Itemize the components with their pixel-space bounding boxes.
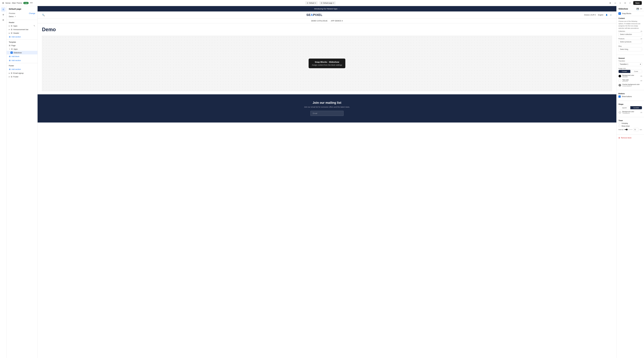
select-blog-button[interactable]: Select blog xyxy=(618,47,642,52)
right-panel: Slideshow 💾 ••• S Snap Blocks Content Ch… xyxy=(616,6,644,358)
contain-button[interactable]: Contain xyxy=(618,70,630,73)
default-page-selector[interactable]: ⊡ Default page ▾ xyxy=(319,1,336,5)
snap-blocks-icon: S xyxy=(10,52,13,54)
products-label: Products xyxy=(618,38,624,40)
remove-block-button[interactable]: 🗑 Remove block xyxy=(616,136,644,140)
account-icon[interactable]: 👤 xyxy=(606,14,608,16)
nav-region[interactable]: Greece | EUR € xyxy=(584,14,596,16)
transition-dropdown[interactable]: Transition 1 ▾ xyxy=(618,62,642,66)
page-title: Demo xyxy=(42,27,612,32)
select-collection-button[interactable]: Select collection xyxy=(618,32,642,36)
bg-color-info: Background color #000000 xyxy=(622,74,639,78)
more-icon[interactable]: ••• xyxy=(640,8,642,10)
rp-header: Slideshow 💾 ••• xyxy=(616,6,644,11)
sections-icon-button[interactable]: ☰ xyxy=(1,7,6,12)
bg-color-row: Background color #000000 🗃 xyxy=(618,74,642,79)
sidebar-item-email-signup[interactable]: ▶ ⊞ Email signup xyxy=(7,71,38,75)
bg-color-name: Background color xyxy=(622,74,639,76)
desktop-view-button[interactable]: ⊞ xyxy=(608,1,612,5)
sidebar: Default page Preview Change Demo ↗ Heade… xyxy=(7,6,38,358)
sidebar-item-announcement[interactable]: ▶ ⊞ Announcement bar xyxy=(7,28,38,31)
sidebar-item-footer[interactable]: ▶ ⊞ Footer xyxy=(7,75,38,78)
add-section-footer-button[interactable]: ⊕ Add section xyxy=(7,67,38,71)
add-section-header-button[interactable]: ⊕ Add section xyxy=(7,35,38,39)
collection-label: Collection xyxy=(618,30,625,32)
footer-label: Footer xyxy=(13,76,18,78)
snap-blocks-row: S Snap Blocks xyxy=(616,11,644,16)
save-button[interactable]: Save xyxy=(633,1,642,5)
interval-thumb[interactable] xyxy=(626,129,628,130)
add-section-template-label: Add section xyxy=(12,60,21,62)
add-block-button[interactable]: ⊕ Add block xyxy=(7,54,38,58)
default-selector[interactable]: ⊙ Default ▾ xyxy=(305,1,318,5)
cover-button[interactable]: Cover xyxy=(630,70,642,73)
general-title: General xyxy=(618,57,642,59)
select-collection-label: Select collection xyxy=(620,34,632,35)
preview-change-button[interactable]: Change xyxy=(29,12,35,14)
more-options-button[interactable]: ••• xyxy=(30,2,32,4)
canvas: Introducing Our Newest Apps → 🔍 SEAPIXEL… xyxy=(38,6,616,358)
autoplay-row: Autoplay xyxy=(618,122,642,124)
logo-accent: A xyxy=(311,13,313,16)
autoplay-radio[interactable] xyxy=(618,122,620,124)
overlay-color-swatch[interactable] xyxy=(618,84,621,86)
undo-button[interactable]: ↩ xyxy=(628,1,632,5)
interval-slider[interactable] xyxy=(624,129,632,130)
shape-bg-color: Background color Transparent 🗃 xyxy=(618,111,642,114)
nav-demo-catalogue[interactable]: DEMO CATALOGUE xyxy=(311,20,328,22)
chevron-down-icon: ▾ xyxy=(315,2,316,4)
interval-input[interactable] xyxy=(634,128,638,131)
nav-app-demos[interactable]: APP DEMOS xyxy=(331,20,343,22)
plus-icon-2: ⊕ xyxy=(9,55,11,58)
email-input[interactable] xyxy=(310,111,344,116)
select-products-button[interactable]: Select products xyxy=(618,40,642,44)
sidebar-item-slideshow[interactable]: S Slideshow xyxy=(7,51,38,54)
products-db-icon: 🗃 xyxy=(640,38,642,40)
tablet-view-button[interactable]: ▭ xyxy=(613,1,617,5)
sidebar-item-apps-template[interactable]: ▼ ⊞ Apps xyxy=(7,47,38,51)
square-button[interactable]: square xyxy=(618,106,630,109)
check-icon: ✓ xyxy=(619,96,620,97)
rounded-button[interactable]: rounded xyxy=(630,106,642,109)
general-section: General Transition Transition 1 ▾ Image … xyxy=(616,56,644,89)
demo-row: Demo ↗ xyxy=(7,16,38,19)
add-section-footer-label: Add section xyxy=(12,68,21,70)
transition-value: Transition 1 xyxy=(620,63,628,65)
nav-lang[interactable]: English xyxy=(598,14,604,16)
content-description: Choose one of the following options. If … xyxy=(618,20,642,29)
apps-tree-icon: ⊞ xyxy=(11,25,12,27)
show-buttons-row: ✓ Show buttons xyxy=(618,96,642,98)
text-color-swatch[interactable] xyxy=(618,79,621,82)
rp-title: Slideshow xyxy=(618,8,628,10)
chevron-icon-6: ▶ xyxy=(9,76,10,78)
show-timer-radio[interactable] xyxy=(618,125,620,127)
site-nav: 🔍 SEAPIXEL Greece | EUR € English 👤 🛒 xyxy=(38,12,616,18)
snap-blocks-icon-rp: S xyxy=(618,12,621,15)
shape-bg-swatch[interactable] xyxy=(618,111,621,114)
slideshow-area[interactable]: Snap Blocks · Slideshow Assign content f… xyxy=(42,36,612,91)
apps-icon-button[interactable]: ⊞ xyxy=(1,18,6,22)
mobile-view-button[interactable]: ▯ xyxy=(618,1,622,5)
settings-icon-button[interactable]: ⚙ xyxy=(1,12,6,17)
blog-field-row: Blog xyxy=(618,45,642,47)
chevron-down-icon-3: ▾ xyxy=(640,63,641,65)
cart-icon[interactable]: 🛒 xyxy=(610,14,612,16)
announcement-text: Introducing Our Newest Apps → xyxy=(314,8,340,10)
sidebar-item-apps[interactable]: ▶ ⊞ Apps ✎ xyxy=(7,24,38,28)
email-input-area xyxy=(42,111,612,116)
announcement-bar: Introducing Our Newest Apps → xyxy=(38,6,616,12)
shape-bg-name: Background color xyxy=(622,111,639,112)
zoom-button[interactable]: ⊡ xyxy=(623,1,627,5)
shape-bg-db-icon: 🗃 xyxy=(640,112,642,114)
sidebar-item-page[interactable]: ⊞ Page xyxy=(7,44,38,47)
rp-header-icons: 💾 ••• xyxy=(636,8,642,10)
topbar-center: ⊙ Default ▾ ⊡ Default page ▾ xyxy=(305,1,336,5)
search-icon[interactable]: 🔍 xyxy=(42,14,45,16)
preview-row: Preview Change xyxy=(7,12,38,16)
add-section-template-button[interactable]: ⊕ Add section xyxy=(7,58,38,62)
sidebar-item-header[interactable]: ▶ ⊞ Header xyxy=(7,31,38,35)
save-icon[interactable]: 💾 xyxy=(636,8,639,10)
show-buttons-checkbox[interactable]: ✓ xyxy=(618,96,621,98)
bg-color-swatch[interactable] xyxy=(618,75,621,78)
nav-menu: DEMO CATALOGUE APP DEMOS xyxy=(38,18,616,23)
